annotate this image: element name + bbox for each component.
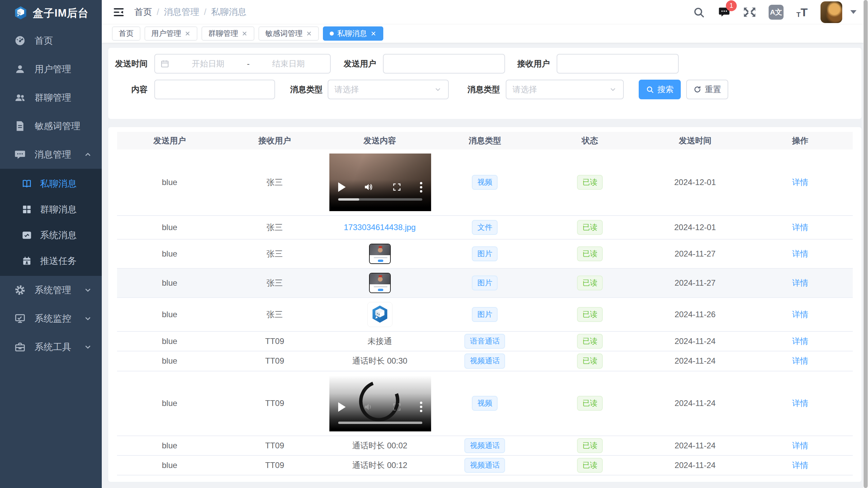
more-options-icon[interactable] [420, 182, 422, 192]
sidebar-item-group-management[interactable]: 群聊管理 [0, 83, 102, 112]
user-icon [14, 63, 26, 76]
video-player-thumbnail[interactable] [329, 154, 431, 211]
status-badge: 已读 [577, 353, 603, 368]
search-button[interactable]: 搜索 [639, 80, 681, 99]
font-size-icon[interactable]: TT [796, 6, 808, 18]
sidebar-item-system-monitor[interactable]: 系统监控 [0, 304, 102, 333]
fullscreen-icon[interactable] [392, 182, 402, 192]
fullscreen-icon[interactable] [392, 402, 402, 412]
image-thumbnail[interactable] [367, 302, 392, 327]
receive-user-input[interactable] [557, 54, 679, 74]
file-link[interactable]: 1733034614438.jpg [344, 223, 416, 232]
send-user-input[interactable] [383, 54, 505, 74]
status-badge: 已读 [577, 276, 603, 290]
breadcrumb-separator: / [157, 7, 159, 17]
play-icon[interactable] [338, 182, 346, 192]
detail-link[interactable]: 详情 [792, 461, 808, 470]
close-icon[interactable] [370, 30, 377, 37]
video-player-thumbnail[interactable] [329, 375, 431, 431]
chevron-down-icon [83, 343, 92, 351]
users-icon [14, 91, 26, 104]
avatar[interactable] [821, 1, 842, 23]
sidebar-item-push-tasks[interactable]: 推送任务 [0, 248, 102, 274]
detail-link[interactable]: 详情 [792, 356, 808, 365]
scrollbar-thumb[interactable] [864, 0, 868, 488]
table-row: blue 张三 [117, 149, 853, 216]
tab-user-management[interactable]: 用户管理 [144, 26, 197, 41]
video-progress-bar[interactable] [338, 198, 422, 201]
sidebar-item-home[interactable]: 首页 [0, 26, 102, 55]
app-logo[interactable]: 盒子IM后台 [0, 0, 102, 26]
fullscreen-icon[interactable] [744, 6, 756, 18]
breadcrumb-message-management[interactable]: 消息管理 [164, 6, 199, 18]
message-type-select-2[interactable]: 请选择 [506, 80, 624, 99]
table-row: blue TT09 [117, 371, 853, 436]
video-progress-bar[interactable] [338, 422, 422, 424]
date-range-input[interactable]: 开始日期 - 结束日期 [154, 54, 331, 74]
sidebar-item-system-messages[interactable]: 系统消息 [0, 222, 102, 248]
detail-link[interactable]: 详情 [792, 178, 808, 187]
sidebar-item-system-management[interactable]: 系统管理 [0, 276, 102, 304]
filter-panel: 发送时间 开始日期 - 结束日期 发送用户 接收用户 内容 消息类型 请选择 [108, 47, 862, 119]
volume-icon[interactable] [364, 182, 374, 192]
dashboard-icon [14, 34, 26, 47]
sidebar-item-sensitive-words[interactable]: 敏感词管理 [0, 112, 102, 140]
sidebar-item-group-messages[interactable]: 群聊消息 [0, 197, 102, 222]
table-row: blue TT09 通话时长 00:30 视频通话 已读 2024-11-24 … [117, 351, 853, 371]
close-icon[interactable] [242, 30, 248, 37]
sidebar-item-label: 用户管理 [35, 63, 71, 75]
sidebar-item-label: 系统消息 [40, 229, 77, 241]
messages-icon[interactable]: 1 [718, 6, 731, 19]
date-range-separator: - [247, 59, 250, 68]
language-icon[interactable]: A文 [769, 5, 784, 20]
detail-link[interactable]: 详情 [792, 399, 808, 408]
toolbox-icon [14, 341, 26, 353]
detail-link[interactable]: 详情 [792, 337, 808, 346]
sidebar-item-private-messages[interactable]: 私聊消息 [0, 171, 102, 197]
detail-link[interactable]: 详情 [792, 249, 808, 258]
message-type-badge: 图片 [472, 246, 498, 261]
message-type-label-2: 消息类型 [465, 80, 500, 99]
detail-link[interactable]: 详情 [792, 278, 808, 287]
avatar-dropdown-caret[interactable] [850, 10, 856, 14]
search-icon[interactable] [693, 6, 705, 18]
main-area: 首页 / 消息管理 / 私聊消息 1 A文 TT [102, 0, 868, 488]
message-type-badge: 语音通话 [464, 334, 505, 349]
status-badge: 已读 [577, 438, 603, 453]
image-thumbnail[interactable] [369, 273, 391, 293]
volume-icon[interactable] [364, 402, 374, 412]
sidebar-collapse-icon[interactable] [112, 5, 126, 19]
image-thumbnail[interactable] [369, 244, 391, 264]
detail-link[interactable]: 详情 [792, 223, 808, 232]
sidebar-item-system-tools[interactable]: 系统工具 [0, 333, 102, 361]
reset-button[interactable]: 重置 [686, 80, 728, 99]
tab-sensitive-words[interactable]: 敏感词管理 [258, 26, 319, 41]
sidebar-item-message-management[interactable]: 消息管理 [0, 140, 102, 169]
tab-bar: 首页 用户管理 群聊管理 敏感词管理 私聊消息 [102, 24, 868, 43]
calendar-icon [160, 59, 169, 68]
more-options-icon[interactable] [420, 402, 422, 412]
sidebar: 盒子IM后台 首页 用户管理 群聊管理 敏感词管理 [0, 0, 102, 488]
gear-icon [14, 284, 26, 297]
tab-home[interactable]: 首页 [112, 26, 140, 41]
sidebar-item-label: 消息管理 [35, 148, 71, 161]
status-badge: 已读 [577, 334, 603, 349]
page-scrollbar[interactable] [863, 0, 868, 488]
sidebar-item-user-management[interactable]: 用户管理 [0, 55, 102, 83]
sidebar-item-label: 首页 [35, 35, 53, 47]
header-tools: 1 A文 TT [693, 1, 856, 23]
system-message-icon [21, 229, 33, 241]
close-icon[interactable] [185, 30, 191, 37]
chevron-down-icon [83, 286, 92, 294]
tab-private-messages[interactable]: 私聊消息 [323, 26, 383, 41]
close-icon[interactable] [306, 30, 312, 37]
table-row: blue 张三 图片 已读 2024-11-26 详情 [117, 298, 853, 331]
play-icon[interactable] [338, 402, 346, 412]
detail-link[interactable]: 详情 [792, 310, 808, 319]
tab-group-management[interactable]: 群聊管理 [201, 26, 254, 41]
detail-link[interactable]: 详情 [792, 441, 808, 450]
breadcrumb-home[interactable]: 首页 [134, 6, 152, 18]
content-input[interactable] [154, 80, 275, 99]
message-type-select-1[interactable]: 请选择 [328, 80, 449, 99]
sidebar-item-label: 群聊管理 [35, 92, 71, 104]
